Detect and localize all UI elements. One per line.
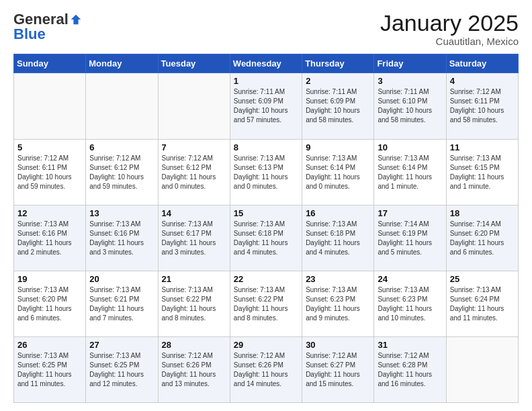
day-info: Sunrise: 7:13 AM Sunset: 6:25 PM Dayligh… bbox=[17, 351, 82, 389]
logo-blue: Blue bbox=[13, 26, 46, 42]
day-info: Sunrise: 7:13 AM Sunset: 6:13 PM Dayligh… bbox=[234, 154, 298, 191]
day-info: Sunrise: 7:13 AM Sunset: 6:21 PM Dayligh… bbox=[89, 285, 154, 323]
logo: General Blue bbox=[13, 11, 82, 43]
day-number: 4 bbox=[450, 76, 515, 86]
calendar-cell: 9Sunrise: 7:13 AM Sunset: 6:14 PM Daylig… bbox=[302, 139, 374, 205]
day-info: Sunrise: 7:13 AM Sunset: 6:22 PM Dayligh… bbox=[162, 285, 226, 323]
day-info: Sunrise: 7:11 AM Sunset: 6:10 PM Dayligh… bbox=[378, 87, 442, 125]
day-number: 17 bbox=[378, 208, 442, 218]
calendar-cell: 8Sunrise: 7:13 AM Sunset: 6:13 PM Daylig… bbox=[230, 139, 302, 205]
day-number: 31 bbox=[378, 340, 442, 350]
day-number: 26 bbox=[17, 340, 82, 350]
day-info: Sunrise: 7:12 AM Sunset: 6:12 PM Dayligh… bbox=[162, 154, 226, 191]
day-info: Sunrise: 7:13 AM Sunset: 6:18 PM Dayligh… bbox=[234, 220, 298, 257]
day-info: Sunrise: 7:13 AM Sunset: 6:25 PM Dayligh… bbox=[89, 351, 154, 389]
day-info: Sunrise: 7:13 AM Sunset: 6:22 PM Dayligh… bbox=[234, 285, 298, 323]
calendar-cell: 21Sunrise: 7:13 AM Sunset: 6:22 PM Dayli… bbox=[158, 271, 230, 336]
day-info: Sunrise: 7:12 AM Sunset: 6:26 PM Dayligh… bbox=[162, 351, 226, 389]
calendar-cell bbox=[446, 336, 518, 402]
day-number: 24 bbox=[378, 274, 442, 284]
calendar-cell: 31Sunrise: 7:12 AM Sunset: 6:28 PM Dayli… bbox=[374, 336, 446, 402]
day-number: 10 bbox=[378, 142, 442, 152]
calendar-cell: 14Sunrise: 7:13 AM Sunset: 6:17 PM Dayli… bbox=[158, 205, 230, 271]
day-info: Sunrise: 7:14 AM Sunset: 6:19 PM Dayligh… bbox=[378, 220, 442, 257]
day-number: 15 bbox=[234, 208, 298, 218]
calendar-cell: 27Sunrise: 7:13 AM Sunset: 6:25 PM Dayli… bbox=[86, 336, 158, 402]
calendar-cell: 20Sunrise: 7:13 AM Sunset: 6:21 PM Dayli… bbox=[86, 271, 158, 336]
day-number: 7 bbox=[162, 142, 226, 152]
calendar-cell: 30Sunrise: 7:12 AM Sunset: 6:27 PM Dayli… bbox=[302, 336, 374, 402]
calendar-cell: 24Sunrise: 7:13 AM Sunset: 6:23 PM Dayli… bbox=[374, 271, 446, 336]
day-number: 8 bbox=[234, 142, 298, 152]
day-info: Sunrise: 7:13 AM Sunset: 6:16 PM Dayligh… bbox=[89, 220, 154, 257]
day-info: Sunrise: 7:11 AM Sunset: 6:09 PM Dayligh… bbox=[234, 87, 298, 125]
day-number: 16 bbox=[306, 208, 370, 218]
day-number: 30 bbox=[306, 340, 370, 350]
day-info: Sunrise: 7:13 AM Sunset: 6:14 PM Dayligh… bbox=[378, 154, 442, 191]
calendar-cell: 11Sunrise: 7:13 AM Sunset: 6:15 PM Dayli… bbox=[446, 139, 518, 205]
calendar-cell: 18Sunrise: 7:14 AM Sunset: 6:20 PM Dayli… bbox=[446, 205, 518, 271]
day-info: Sunrise: 7:13 AM Sunset: 6:18 PM Dayligh… bbox=[306, 220, 370, 257]
day-info: Sunrise: 7:12 AM Sunset: 6:11 PM Dayligh… bbox=[17, 154, 82, 191]
calendar-week-row: 19Sunrise: 7:13 AM Sunset: 6:20 PM Dayli… bbox=[14, 271, 519, 336]
weekday-header-friday: Friday bbox=[374, 54, 446, 73]
weekday-header-monday: Monday bbox=[86, 54, 158, 73]
weekday-header-saturday: Saturday bbox=[446, 54, 518, 73]
day-number: 11 bbox=[450, 142, 515, 152]
day-number: 21 bbox=[162, 274, 226, 284]
calendar-week-row: 5Sunrise: 7:12 AM Sunset: 6:11 PM Daylig… bbox=[14, 139, 519, 205]
day-number: 19 bbox=[17, 274, 82, 284]
day-number: 27 bbox=[89, 340, 154, 350]
day-info: Sunrise: 7:12 AM Sunset: 6:12 PM Dayligh… bbox=[89, 154, 154, 191]
month-title: January 2025 bbox=[380, 11, 519, 36]
calendar-week-row: 1Sunrise: 7:11 AM Sunset: 6:09 PM Daylig… bbox=[14, 73, 519, 139]
day-info: Sunrise: 7:12 AM Sunset: 6:27 PM Dayligh… bbox=[306, 351, 370, 389]
day-number: 13 bbox=[89, 208, 154, 218]
calendar-cell: 25Sunrise: 7:13 AM Sunset: 6:24 PM Dayli… bbox=[446, 271, 518, 336]
calendar-cell: 16Sunrise: 7:13 AM Sunset: 6:18 PM Dayli… bbox=[302, 205, 374, 271]
day-number: 20 bbox=[89, 274, 154, 284]
calendar-cell: 17Sunrise: 7:14 AM Sunset: 6:19 PM Dayli… bbox=[374, 205, 446, 271]
calendar-week-row: 26Sunrise: 7:13 AM Sunset: 6:25 PM Dayli… bbox=[14, 336, 519, 402]
day-info: Sunrise: 7:13 AM Sunset: 6:15 PM Dayligh… bbox=[450, 154, 515, 191]
calendar-cell: 2Sunrise: 7:11 AM Sunset: 6:09 PM Daylig… bbox=[302, 73, 374, 139]
day-number: 12 bbox=[17, 208, 82, 218]
day-number: 6 bbox=[89, 142, 154, 152]
day-info: Sunrise: 7:13 AM Sunset: 6:23 PM Dayligh… bbox=[378, 285, 442, 323]
header: General Blue January 2025 Cuautitlan, Me… bbox=[13, 11, 519, 47]
weekday-header-thursday: Thursday bbox=[302, 54, 374, 73]
calendar-cell: 12Sunrise: 7:13 AM Sunset: 6:16 PM Dayli… bbox=[14, 205, 86, 271]
calendar-cell: 10Sunrise: 7:13 AM Sunset: 6:14 PM Dayli… bbox=[374, 139, 446, 205]
calendar-cell: 23Sunrise: 7:13 AM Sunset: 6:23 PM Dayli… bbox=[302, 271, 374, 336]
day-info: Sunrise: 7:13 AM Sunset: 6:20 PM Dayligh… bbox=[17, 285, 82, 323]
day-number: 3 bbox=[378, 76, 442, 86]
calendar-cell: 26Sunrise: 7:13 AM Sunset: 6:25 PM Dayli… bbox=[14, 336, 86, 402]
title-section: January 2025 Cuautitlan, Mexico bbox=[380, 11, 519, 47]
calendar-cell: 13Sunrise: 7:13 AM Sunset: 6:16 PM Dayli… bbox=[86, 205, 158, 271]
day-number: 5 bbox=[17, 142, 82, 152]
calendar-cell: 15Sunrise: 7:13 AM Sunset: 6:18 PM Dayli… bbox=[230, 205, 302, 271]
day-number: 1 bbox=[234, 76, 298, 86]
weekday-header-tuesday: Tuesday bbox=[158, 54, 230, 73]
calendar-cell bbox=[158, 73, 230, 139]
weekday-header-row: SundayMondayTuesdayWednesdayThursdayFrid… bbox=[14, 54, 519, 73]
day-number: 2 bbox=[306, 76, 370, 86]
day-info: Sunrise: 7:13 AM Sunset: 6:17 PM Dayligh… bbox=[162, 220, 226, 257]
calendar-cell: 5Sunrise: 7:12 AM Sunset: 6:11 PM Daylig… bbox=[14, 139, 86, 205]
svg-marker-0 bbox=[71, 15, 81, 24]
calendar-cell: 22Sunrise: 7:13 AM Sunset: 6:22 PM Dayli… bbox=[230, 271, 302, 336]
calendar-cell: 7Sunrise: 7:12 AM Sunset: 6:12 PM Daylig… bbox=[158, 139, 230, 205]
day-number: 23 bbox=[306, 274, 370, 284]
day-info: Sunrise: 7:12 AM Sunset: 6:11 PM Dayligh… bbox=[450, 87, 515, 125]
day-number: 18 bbox=[450, 208, 515, 218]
logo-icon bbox=[70, 13, 82, 26]
calendar-cell bbox=[86, 73, 158, 139]
calendar-table: SundayMondayTuesdayWednesdayThursdayFrid… bbox=[13, 54, 519, 403]
day-info: Sunrise: 7:11 AM Sunset: 6:09 PM Dayligh… bbox=[306, 87, 370, 125]
day-info: Sunrise: 7:12 AM Sunset: 6:28 PM Dayligh… bbox=[378, 351, 442, 389]
weekday-header-sunday: Sunday bbox=[14, 54, 86, 73]
day-info: Sunrise: 7:14 AM Sunset: 6:20 PM Dayligh… bbox=[450, 220, 515, 257]
location: Cuautitlan, Mexico bbox=[380, 36, 519, 47]
day-info: Sunrise: 7:12 AM Sunset: 6:26 PM Dayligh… bbox=[234, 351, 298, 389]
page: General Blue January 2025 Cuautitlan, Me… bbox=[0, 0, 532, 411]
